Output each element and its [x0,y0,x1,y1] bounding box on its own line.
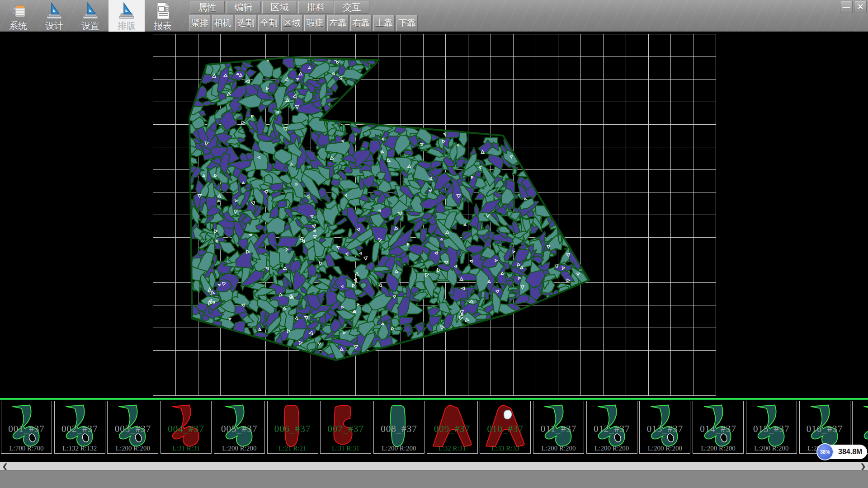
nesting-ruler-icon [117,1,136,20]
part-lr-count: L:700 R:700 [1,445,52,452]
system-gear-icon [9,1,28,20]
part-lr-count: L:200 R:200 [587,445,637,452]
app-tab-label: 报表 [154,21,172,31]
part-id-label: 005_#37 [214,423,264,435]
main-toolbar: 系统 设计 设置 排版 报表 属性编辑区域排料交互 聚排相机选割全割区域瑕疵左靠… [0,0,868,32]
part-id-label: 004_#37 [161,423,211,435]
thumbnail-tile-009_#37[interactable]: 009_#37L:32 R:31 [427,401,478,454]
thumbnail-tile-004_#37[interactable]: 004_#37L:31 R:31 [160,401,212,454]
menu-region[interactable]: 区域 [262,1,297,14]
usage-badge: 384.8M 38% [816,443,867,460]
part-id-label: 013_#37 [640,423,690,435]
menu-edit[interactable]: 编辑 [226,1,261,14]
part-lr-count: L:200 R:200 [693,445,743,452]
part-lr-count: L:200 R:200 [374,445,424,452]
menu-interactive[interactable]: 交互 [335,1,369,14]
thumbnail-tile-002_#37[interactable]: 002_#37L:132 R:132 [54,401,105,454]
app-tab-label: 设置 [81,21,99,31]
minimize-button[interactable]: — [840,1,853,13]
thumbnail-tile-001_#37[interactable]: 001_#37L:700 R:700 [1,401,52,454]
part-id-label: 007_#37 [321,423,371,435]
part-lr-count: L:132 R:132 [55,445,105,452]
thumbnail-tile-015_#37[interactable]: 015_#37L:200 R:200 [746,401,797,454]
thumbnail-tile-005_#37[interactable]: 005_#37L:200 R:200 [214,401,265,454]
thumbnail-tile-006_#37[interactable]: 006_#37L:21 R:21 [267,401,318,454]
thumbnail-tile-011_#37[interactable]: 011_#37L:200 R:200 [533,401,584,454]
part-id-label: 014_#37 [693,423,743,435]
thumbnail-tile-003_#37[interactable]: 003_#37L:200 R:200 [107,401,158,454]
app-tab-label: 系统 [9,21,27,31]
nesting-canvas[interactable] [0,32,868,398]
part-lr-count: L:200 R:200 [214,445,264,452]
tool-align-left-button[interactable]: 左靠 [327,15,349,31]
part-lr-count: L:21 R:21 [268,445,318,452]
part-id-label: 011_#37 [533,423,584,435]
part-lr-count: L:33 R:33 [480,445,530,452]
tool-align-right-button[interactable]: 右靠 [350,15,372,31]
usage-percent-circle: 38% [816,443,834,460]
tool-camera-button[interactable]: 相机 [212,15,233,31]
tool-align-bottom-button[interactable]: 下靠 [396,15,418,31]
part-id-label: 006_#37 [268,423,318,435]
nested-pieces-layer [178,47,592,371]
thumbnail-tile-007_#37[interactable]: 007_#37L:31 R:31 [320,401,371,454]
menu-properties[interactable]: 属性 [190,1,225,14]
app-tab-nesting[interactable]: 排版 [108,0,145,32]
tool-cut-all-button[interactable]: 全割 [258,15,279,31]
app-tab-bar: 系统 设计 设置 排版 报表 [0,0,181,32]
part-id-label: 012_#37 [587,423,637,435]
part-id-label: 001_#37 [1,423,52,435]
part-lr-count: L:200 R:200 [746,445,797,452]
thumbnail-strip: 001_#37L:700 R:700 002_#37L:132 R:132 00… [0,400,868,455]
part-lr-count: L:200 R:200 [533,445,584,452]
window-controls: — ✕ [840,1,867,13]
part-lr-count: L:200 R:200 [640,445,690,452]
menu-row-primary: 属性编辑区域排料交互 [190,1,371,14]
app-tab-settings[interactable]: 设置 [72,0,108,32]
scroll-left-arrow-icon[interactable]: ❮ [1,462,9,470]
part-lr-count: L:32 R:31 [427,445,477,452]
part-id-label: 003_#37 [108,423,158,435]
thumbnail-tile-010_#37[interactable]: 010_#37L:33 R:33 [480,401,531,454]
settings-ruler-icon [81,1,100,20]
report-doc-icon [153,1,172,20]
thumbnail-tile-013_#37[interactable]: 013_#37L:200 R:200 [639,401,690,454]
thumbnail-tile-012_#37[interactable]: 012_#37L:200 R:200 [586,401,637,454]
part-lr-count: L:200 R:200 [108,445,158,452]
part-id-label: 008_#37 [374,423,424,435]
nesting-canvas-area[interactable] [0,32,868,398]
part-id-label: 010_#37 [480,423,530,435]
part-id-label: 002_#37 [55,423,105,435]
part-id-label: 016_#37 [800,423,850,435]
menu-row-tools: 聚排相机选割全割区域瑕疵左靠右靠上靠下靠 [189,15,420,31]
close-button[interactable]: ✕ [854,1,867,13]
thumbnail-tile-008_#37[interactable]: 008_#37L:200 R:200 [373,401,425,454]
tool-align-top-button[interactable]: 上靠 [373,15,395,31]
tool-region-button[interactable]: 区域 [281,15,302,31]
tool-cut-selected-button[interactable]: 选割 [235,15,256,31]
part-id-label: 015_#37 [746,423,797,435]
part-lr-count: L:31 R:31 [161,445,211,452]
app-tab-label: 设计 [45,21,63,31]
memory-value: 384.8M [838,445,862,459]
thumbnail-tile-014_#37[interactable]: 014_#37L:200 R:200 [693,401,744,454]
app-tab-report[interactable]: 报表 [145,0,181,32]
design-ruler-icon [45,1,64,20]
status-bar [0,470,868,488]
app-tab-label: 排版 [118,21,136,31]
tool-cluster-nest-button[interactable]: 聚排 [189,15,210,31]
tool-defect-button[interactable]: 瑕疵 [304,15,326,31]
part-id-label: 009_#37 [427,423,477,435]
horizontal-scrollbar[interactable]: ❮ ❯ [0,462,868,470]
app-tab-design[interactable]: 设计 [36,0,72,32]
app-tab-system[interactable]: 系统 [0,0,36,32]
menu-nest[interactable]: 排料 [298,1,333,14]
part-lr-count: L:31 R:31 [321,445,371,452]
scroll-right-arrow-icon[interactable]: ❯ [859,462,867,470]
